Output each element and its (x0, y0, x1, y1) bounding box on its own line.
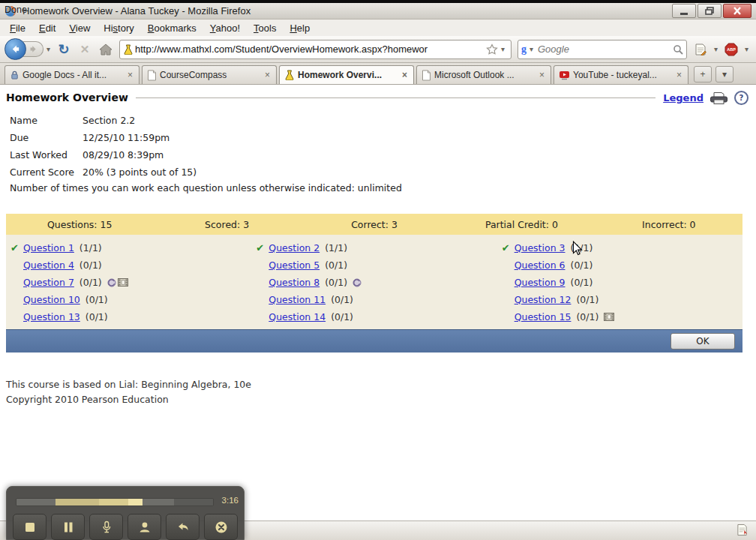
script-status-icon[interactable] (736, 524, 748, 536)
question-14-link[interactable]: Question 14 (268, 311, 326, 322)
screenshot-root: { "window": { "title": "Homework Overvie… (0, 0, 756, 540)
tab-close-icon[interactable]: × (400, 70, 409, 80)
close-button[interactable] (723, 4, 752, 18)
cancel-button[interactable] (204, 514, 238, 540)
question-6-link[interactable]: Question 6 (514, 260, 566, 271)
search-input[interactable] (536, 43, 673, 56)
tab-close-icon[interactable]: × (538, 70, 546, 80)
search-magnifier-icon[interactable] (673, 44, 683, 55)
undo-button[interactable] (166, 514, 200, 540)
tab-homework-overvi[interactable]: Homework Overvi...× (279, 65, 414, 84)
progress-segment (174, 499, 213, 506)
adblock-dropdown-icon[interactable]: ▾ (742, 45, 752, 53)
webcam-button[interactable] (128, 514, 161, 540)
menu-item-edit[interactable]: Edit (32, 21, 62, 35)
detail-value: 20% (3 points out of 15) (82, 164, 196, 181)
tab-microsoft-outlook[interactable]: Microsoft Outlook ...× (416, 65, 551, 84)
menu-item-file[interactable]: File (3, 21, 32, 35)
reload-button[interactable]: ↻ (55, 40, 73, 58)
question-cell-question-13: ✔Question 13(0/1) (6, 308, 251, 326)
question-2-link[interactable]: Question 2 (268, 242, 320, 254)
page-capture-icon[interactable] (692, 40, 710, 58)
menu-item-history[interactable]: History (97, 21, 140, 35)
pause-button[interactable] (51, 514, 85, 540)
question-8-link[interactable]: Question 8 (268, 277, 320, 288)
footer-line-1: This course is based on Lial: Beginning … (6, 377, 251, 392)
page-capture-dropdown-icon[interactable]: ▾ (711, 45, 721, 53)
recorder-controls (13, 514, 238, 540)
page-title: Homework Overview (6, 92, 128, 104)
tab-close-icon[interactable]: × (126, 70, 134, 80)
help-icon[interactable]: ? (734, 91, 748, 105)
question-score: (0/1) (86, 294, 108, 305)
question-score: (0/1) (576, 311, 598, 322)
question-11-link[interactable]: Question 11 (268, 294, 326, 305)
tab-google-docs-all-it[interactable]: Google Docs - All it...× (4, 65, 140, 84)
stop-button[interactable]: ✕ (76, 40, 94, 58)
url-input[interactable] (134, 43, 486, 56)
menu-item-view[interactable]: View (62, 21, 97, 35)
restore-button[interactable] (698, 4, 722, 18)
tab-close-icon[interactable]: × (263, 70, 272, 80)
tab-label: Homework Overvi... (298, 70, 398, 80)
search-bar[interactable]: g ▾ (518, 40, 687, 59)
ok-button[interactable]: OK (670, 333, 735, 350)
question-15-link[interactable]: Question 15 (514, 311, 572, 322)
question-3-link[interactable]: Question 3 (514, 242, 566, 254)
history-dropdown-icon[interactable]: ▾ (44, 45, 53, 53)
question-13-link[interactable]: Question 13 (23, 311, 80, 322)
attempts-note: Number of times you can work each questi… (10, 182, 402, 194)
question-4-link[interactable]: Question 4 (23, 260, 74, 271)
tab-label: YouTube - tuckeyal... (573, 70, 672, 80)
menu-item-help[interactable]: Help (283, 21, 316, 35)
search-engine-dropdown-icon[interactable]: ▾ (526, 45, 536, 53)
question-cell-question-1: ✔Question 1(1/1) (6, 239, 251, 256)
tab-close-icon[interactable]: × (675, 70, 683, 80)
bookmark-star-icon[interactable] (486, 44, 498, 56)
video-icon[interactable] (118, 278, 128, 286)
url-dropdown-icon[interactable]: ▾ (498, 45, 508, 53)
detail-value: 08/29/10 8:39pm (82, 146, 164, 164)
question-7-link[interactable]: Question 7 (23, 277, 74, 288)
questions-grid: ✔Question 1(1/1)✔Question 2(1/1)✔Questio… (6, 235, 742, 329)
recording-progress-bar[interactable] (16, 498, 214, 506)
detail-row-current-score: Current Score20% (3 points out of 15) (10, 164, 535, 181)
question-1-link[interactable]: Question 1 (23, 242, 74, 254)
animation-icon[interactable] (107, 278, 116, 287)
new-tab-button[interactable]: + (694, 66, 712, 82)
question-score: (1/1) (80, 242, 102, 254)
correct-check-icon: ✔ (256, 242, 268, 254)
menu-item-tools[interactable]: Tools (247, 21, 283, 35)
detail-label: Due (10, 129, 82, 146)
url-bar[interactable]: ▾ (119, 40, 512, 59)
question-12-link[interactable]: Question 12 (514, 294, 572, 305)
video-icon[interactable] (604, 313, 614, 321)
back-button[interactable] (4, 38, 26, 60)
recording-time: 3:16 (222, 496, 238, 505)
question-score: (0/1) (571, 277, 593, 288)
question-10-link[interactable]: Question 10 (23, 294, 80, 305)
forward-button[interactable] (23, 41, 44, 57)
home-button[interactable] (97, 40, 115, 58)
tab-coursecompass[interactable]: CourseCompass× (142, 65, 277, 84)
mic-button[interactable] (89, 514, 123, 540)
title-bar: Homework Overview - Alana Tuckey - Mozil… (0, 3, 756, 20)
stats-header-row: Questions: 15Scored: 3Correct: 3Partial … (6, 214, 742, 235)
minimize-button[interactable] (672, 4, 696, 18)
question-9-link[interactable]: Question 9 (514, 277, 566, 288)
menu-item-yahoo[interactable]: Yahoo! (203, 21, 247, 35)
question-5-link[interactable]: Question 5 (268, 260, 320, 271)
printer-icon[interactable] (710, 92, 728, 104)
question-cell-question-15: ✔Question 15(0/1) (497, 308, 742, 326)
question-cell-question-10: ✔Question 10(0/1) (6, 291, 251, 308)
menu-item-bookmarks[interactable]: Bookmarks (141, 21, 203, 35)
detail-value: Section 2.2 (82, 112, 135, 129)
adblock-plus-icon[interactable]: ABP (722, 40, 740, 58)
list-all-tabs-icon[interactable]: ▾ (716, 66, 734, 82)
tab-youtube-tuckeyal[interactable]: YouTube - tuckeyal...× (554, 65, 688, 84)
animation-icon[interactable] (352, 278, 362, 287)
stop-button[interactable] (13, 514, 46, 540)
course-footer: This course is based on Lial: Beginning … (6, 377, 251, 407)
legend-link[interactable]: Legend (663, 92, 704, 104)
question-cell-question-3: ✔Question 3(1/1) (497, 239, 742, 256)
